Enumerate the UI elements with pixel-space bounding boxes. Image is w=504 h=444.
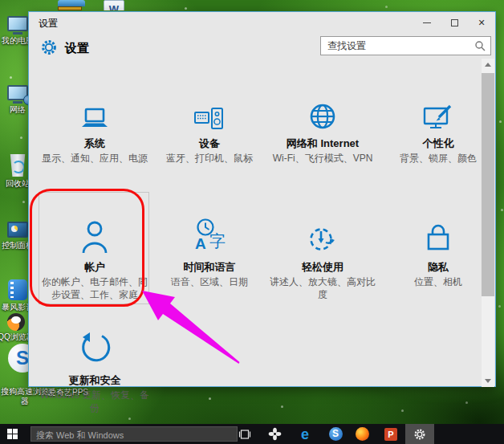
laptop-icon — [79, 94, 111, 136]
tile-subtitle: Wi-Fi、飞行模式、VPN — [273, 152, 373, 165]
edge-icon: e — [301, 427, 309, 442]
update-security-icon — [76, 331, 113, 373]
taskbar-search-input[interactable] — [31, 429, 237, 442]
bus-toy-icon[interactable] — [58, 0, 85, 10]
time-language-icon: A 字 — [192, 213, 227, 259]
control-panel-icon — [7, 222, 28, 238]
tile-title: 系统 — [84, 136, 105, 150]
tile-title: 更新和安全 — [69, 373, 121, 387]
sogou-icon: S — [329, 427, 343, 441]
windows-logo-icon — [7, 429, 18, 439]
tile-subtitle: 语音、区域、日期 — [171, 275, 248, 288]
sogou-browser-button[interactable]: S — [327, 424, 343, 444]
task-view-icon — [238, 429, 251, 440]
tile-system[interactable]: 系统 显示、通知、应用、电源 — [39, 94, 151, 165]
tile-subtitle: 位置、相机 — [414, 275, 462, 288]
settings-search-box[interactable] — [320, 36, 491, 55]
taskbar: e S P — [0, 424, 504, 444]
highlight-box-accounts — [30, 189, 144, 307]
wallpaper-droplets — [0, 0, 2, 2]
tile-title: 网络和 Internet — [287, 136, 359, 150]
ease-of-access-icon — [307, 213, 339, 259]
task-view-button[interactable] — [238, 424, 252, 444]
tile-ease-of-access[interactable]: 轻松使用 讲述人、放大镜、高对比度 — [266, 213, 379, 301]
scrollbar[interactable] — [482, 59, 494, 387]
edge-button[interactable]: e — [297, 424, 313, 444]
maximize-button[interactable] — [441, 12, 468, 33]
close-button[interactable]: ✕ — [468, 12, 495, 33]
tile-update-security[interactable]: 更新和安全 Windows 更新、恢复、备份 — [39, 331, 151, 414]
tile-title: 设备 — [199, 136, 220, 150]
tile-title: 隐私 — [428, 260, 449, 274]
personalization-icon — [422, 94, 454, 136]
minimize-icon — [423, 22, 431, 23]
tile-title: 个性化 — [423, 136, 454, 150]
scrollbar-thumb[interactable] — [482, 73, 494, 296]
settings-taskbar-button[interactable] — [405, 424, 434, 444]
computer-monitor-icon — [7, 16, 28, 31]
window-title: 设置 — [39, 17, 58, 31]
firefox-icon — [356, 427, 369, 441]
globe-icon — [307, 94, 339, 136]
tile-network[interactable]: 网络和 Internet Wi-Fi、飞行模式、VPN — [266, 94, 379, 165]
taskbar-search-box[interactable] — [30, 426, 238, 442]
tile-title: 轻松使用 — [302, 260, 343, 274]
word-document-icon[interactable]: W — [103, 0, 125, 10]
settings-gear-icon — [40, 39, 58, 56]
tile-time-language[interactable]: A 字 时间和语言 语音、区域、日期 — [153, 213, 266, 288]
gear-icon — [413, 428, 426, 441]
tile-subtitle: Windows 更新、恢复、备份 — [39, 389, 151, 414]
minimize-button[interactable] — [413, 12, 441, 33]
tile-personalization[interactable]: 个性化 背景、锁屏、颜色 — [382, 94, 494, 165]
media-player-icon — [8, 279, 27, 300]
qq-penguin-icon — [7, 313, 25, 331]
start-button[interactable] — [0, 424, 24, 444]
tile-title: 时间和语言 — [184, 260, 236, 274]
recycle-bin-icon — [9, 154, 26, 177]
powerpoint-icon: P — [384, 428, 397, 441]
settings-search-input[interactable] — [321, 37, 490, 55]
scroll-down-icon[interactable] — [485, 379, 491, 383]
devices-icon — [193, 94, 226, 136]
screen: W 我的电脑 网络 回收站 控制面板 暴风影音 QQ浏览器 S 搜狗高速浏览器 … — [0, 0, 504, 444]
tile-subtitle: 背景、锁屏、颜色 — [400, 152, 477, 165]
pinwheel-icon — [268, 427, 282, 441]
privacy-lock-icon — [424, 213, 453, 259]
firefox-button[interactable] — [354, 424, 370, 444]
page-title: 设置 — [65, 41, 89, 56]
svg-text:字: 字 — [209, 232, 226, 250]
powerpoint-button[interactable]: P — [383, 424, 399, 444]
titlebar[interactable]: 设置 ✕ — [29, 12, 495, 33]
pinwheel-app-button[interactable] — [266, 424, 282, 444]
svg-text:A: A — [195, 235, 206, 252]
tile-subtitle: 讲述人、放大镜、高对比度 — [266, 275, 379, 301]
search-icon — [474, 40, 486, 52]
maximize-icon — [451, 19, 458, 26]
tile-devices[interactable]: 设备 蓝牙、打印机、鼠标 — [153, 94, 266, 165]
tile-subtitle: 蓝牙、打印机、鼠标 — [166, 152, 253, 165]
scroll-up-icon[interactable] — [485, 63, 491, 67]
tile-privacy[interactable]: 隐私 位置、相机 — [382, 213, 494, 288]
tile-subtitle: 显示、通知、应用、电源 — [42, 152, 148, 165]
